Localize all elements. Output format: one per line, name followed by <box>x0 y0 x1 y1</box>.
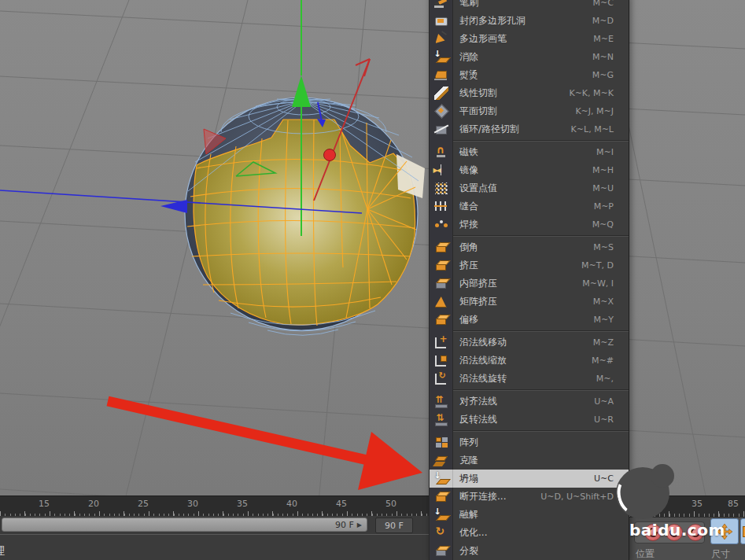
menu-item-loop-cut[interactable]: 循环/路径切割K~L, M~L <box>430 120 629 138</box>
status-bar: 理 <box>0 534 429 560</box>
plane-cut-icon <box>434 105 448 118</box>
menu-item-label: 内部挤压 <box>453 277 497 290</box>
menu-item-bevel[interactable]: 倒角M~S <box>430 238 629 256</box>
menu-item-shortcut: M~Z <box>593 337 629 348</box>
ruler-frame-label: 85 <box>728 499 739 509</box>
menu-item-extrude[interactable]: 挤压M~T, D <box>430 256 629 274</box>
menu-item-set-point-value[interactable]: 设置点值M~U <box>430 179 629 197</box>
watermark-logo <box>616 466 673 521</box>
polygon-tools-context-menu: 笔刷M~C封闭多边形孔洞M~D多边形画笔M~E消除M~N熨烫M~G线性切割K~K… <box>429 0 629 560</box>
menu-item-label: 笔刷 <box>453 0 478 9</box>
brush-icon <box>434 0 448 9</box>
menu-item-collapse[interactable]: 坍塌U~C <box>430 470 629 488</box>
menu-item-close-polygon-hole[interactable]: 封闭多边形孔洞M~D <box>430 12 629 30</box>
menu-item-shortcut: M~X <box>593 297 629 307</box>
menu-item-mirror[interactable]: 镜像M~H <box>430 161 629 179</box>
align-normals-icon <box>434 395 448 408</box>
menu-item-plane-cut[interactable]: 平面切割K~J, M~J <box>430 102 629 120</box>
split-icon <box>434 544 448 558</box>
smooth-shift-icon <box>434 313 448 326</box>
menu-item-smooth-shift[interactable]: 偏移M~Y <box>430 311 629 329</box>
collapse-icon <box>434 472 448 485</box>
menu-item-label: 坍塌 <box>453 472 478 485</box>
ruler-frame-label: 35 <box>692 499 703 509</box>
menu-item-shortcut: M~U <box>592 183 629 193</box>
close-polygon-hole-icon <box>434 14 448 28</box>
menu-item-normal-rotate[interactable]: 沿法线旋转M~, <box>430 370 629 388</box>
menu-item-shortcut: M~# <box>592 356 629 366</box>
ruler-frame-label: 25 <box>138 499 149 509</box>
menu-separator <box>430 234 629 238</box>
powerslider-value: 90 F <box>335 520 354 530</box>
menu-item-label: 阵列 <box>453 436 478 449</box>
menu-item-shortcut: M~Y <box>594 315 629 325</box>
menu-item-split[interactable]: 分裂 <box>430 542 629 560</box>
menu-item-shortcut: M~T, D <box>581 260 629 271</box>
frame-powerslider[interactable]: 90 F ▶ <box>2 518 367 532</box>
menu-item-melt[interactable]: 融解 <box>430 506 629 524</box>
mirror-icon <box>434 164 448 177</box>
ruler-frame-label: 35 <box>237 499 248 509</box>
menu-item-label: 克隆 <box>453 454 478 467</box>
annotation-arrow <box>108 401 422 490</box>
menu-item-array[interactable]: 阵列 <box>430 433 629 451</box>
menu-item-shortcut: M~N <box>592 52 629 62</box>
menu-item-iron[interactable]: 熨烫M~G <box>430 66 629 84</box>
menu-item-shortcut: M~G <box>592 70 629 80</box>
menu-item-optimize[interactable]: 优化... <box>430 524 629 542</box>
menu-item-align-normals[interactable]: 对齐法线U~A <box>430 392 629 411</box>
menu-item-weld[interactable]: 焊接M~Q <box>430 216 629 234</box>
weld-icon <box>434 218 448 231</box>
menu-item-label: 挤压 <box>453 259 478 272</box>
menu-item-dissolve[interactable]: 消除M~N <box>430 48 629 66</box>
powerslider-row: 90 F ▶ 90 F <box>0 516 429 534</box>
menu-separator <box>430 138 629 143</box>
menu-item-label: 循环/路径切割 <box>453 123 519 136</box>
menu-item-shortcut: M~E <box>593 34 629 44</box>
scale-tool-button[interactable] <box>740 518 745 544</box>
polygon-sphere <box>185 98 425 335</box>
ruler-frame-label: 45 <box>336 499 347 509</box>
menu-item-label: 优化... <box>453 526 487 540</box>
bevel-icon <box>434 241 448 254</box>
menu-item-shortcut: M~, <box>596 374 629 384</box>
menu-item-label: 断开连接... <box>453 490 506 503</box>
menu-item-stitch[interactable]: 缝合M~P <box>430 197 629 216</box>
menu-item-reverse-normals[interactable]: 反转法线U~R <box>430 411 629 429</box>
menu-item-line-cut[interactable]: 线性切割K~K, M~K <box>430 84 629 102</box>
menu-item-shortcut: K~L, M~L <box>571 124 629 134</box>
menu-item-matrix-extrude[interactable]: 矩阵挤压M~X <box>430 293 629 311</box>
menu-item-label: 沿法线缩放 <box>453 354 507 367</box>
menu-item-label: 熨烫 <box>453 68 478 82</box>
menu-item-disconnect[interactable]: 断开连接...U~D, U~Shift+D <box>430 488 629 506</box>
menu-item-label: 焊接 <box>453 218 478 231</box>
menu-item-brush[interactable]: 笔刷M~C <box>430 0 629 12</box>
menu-separator <box>430 429 629 433</box>
cinema4d-window: 15202530354045503585 90 F ▶ 90 F 理 位置 尺寸… <box>0 0 745 560</box>
menu-item-shortcut: M~S <box>593 242 629 252</box>
menu-item-clone[interactable]: 克隆 <box>430 451 629 470</box>
ruler-frame-label: 40 <box>286 499 297 509</box>
normal-rotate-icon <box>434 372 448 385</box>
menu-item-magnet[interactable]: 磁铁M~I <box>430 143 629 161</box>
menu-item-label: 对齐法线 <box>453 395 497 408</box>
menu-item-normal-scale[interactable]: 沿法线缩放M~# <box>430 352 629 370</box>
current-frame-field[interactable]: 90 F <box>375 518 413 533</box>
menu-item-normal-move[interactable]: 沿法线移动M~Z <box>430 333 629 352</box>
menu-item-extrude-inner[interactable]: 内部挤压M~W, I <box>430 274 629 293</box>
ruler-frame-label: 30 <box>187 499 198 509</box>
stitch-icon <box>434 200 448 213</box>
normal-move-icon <box>434 336 448 349</box>
menu-item-label: 平面切割 <box>453 105 497 118</box>
disconnect-icon <box>434 490 448 503</box>
menu-item-polygon-pen[interactable]: 多边形画笔M~E <box>430 30 629 48</box>
size-label: 尺寸 <box>711 547 730 560</box>
clone-icon <box>434 454 448 467</box>
menu-item-shortcut: U~A <box>594 396 629 407</box>
ruler-frame-label: 50 <box>385 499 396 509</box>
ruler-frame-label: 20 <box>88 499 99 509</box>
menu-item-shortcut: M~Q <box>592 219 629 230</box>
menu-item-label: 缝合 <box>453 200 478 213</box>
axis-ball-handle <box>324 149 336 161</box>
menu-item-label: 融解 <box>453 508 478 521</box>
